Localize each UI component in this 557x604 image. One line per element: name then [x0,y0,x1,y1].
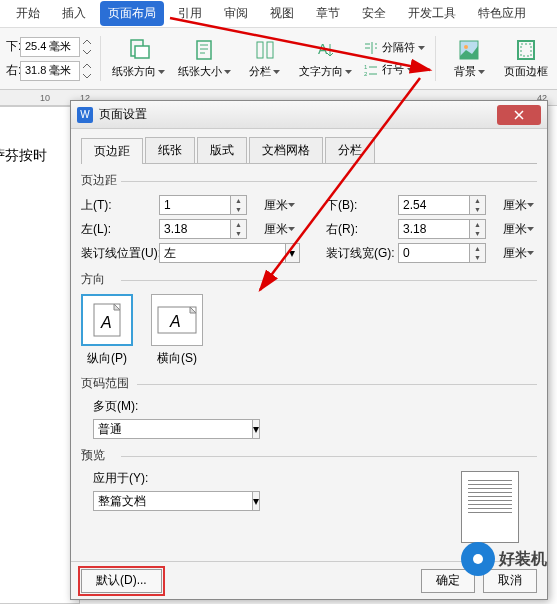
ribbon-tabs: 开始 插入 页面布局 引用 审阅 视图 章节 安全 开发工具 特色应用 [0,0,557,28]
chevron-down-icon [527,203,534,207]
paper-size-label: 纸张大小 [178,64,222,79]
page-border-label: 页面边框 [504,64,548,79]
svg-point-9 [464,45,468,49]
default-button[interactable]: 默认(D)... [81,569,162,593]
orientation-label: 纸张方向 [112,64,156,79]
tab-margins[interactable]: 页边距 [81,138,143,164]
svg-rect-2 [197,41,211,59]
text-direction-label: 文字方向 [299,64,343,79]
multipage-select[interactable] [93,419,253,439]
line-numbers-label: 行号 [382,62,404,77]
bottom-spinner[interactable]: ▲▼ [470,195,486,215]
breaks-icon [363,40,379,56]
app-icon: W [77,107,93,123]
tab-columns[interactable]: 分栏 [325,137,375,163]
breaks-button[interactable]: 分隔符 [361,39,427,57]
margin-bottom-label: 右: [6,62,18,79]
background-button[interactable]: 背景 [444,32,494,85]
landscape-option[interactable]: A 横向(S) [151,294,203,367]
portrait-label: 纵向(P) [87,350,127,367]
orientation-button[interactable]: 纸张方向 [109,32,168,85]
cancel-button[interactable]: 取消 [483,569,537,593]
tab-docgrid[interactable]: 文档网格 [249,137,323,163]
dialog-title: 页面设置 [99,106,497,123]
text-direction-button[interactable]: A 文字方向 [296,32,355,85]
tab-featured[interactable]: 特色应用 [470,1,534,26]
tab-page-layout[interactable]: 页面布局 [100,1,164,26]
tab-review[interactable]: 审阅 [216,1,256,26]
tab-view[interactable]: 视图 [262,1,302,26]
top-input[interactable] [159,195,231,215]
ruler-mark: 10 [40,93,50,103]
ribbon-toolbar: 下: 右: 纸张方向 纸张大小 分栏 A 文字方向 分隔符 12 行号 [0,28,557,90]
chevron-down-icon [158,70,165,74]
top-label: 上(T): [81,197,153,214]
svg-text:A: A [169,313,181,330]
gutter-pos-select[interactable] [159,243,286,263]
tab-security[interactable]: 安全 [354,1,394,26]
svg-text:A: A [318,41,328,57]
ok-button[interactable]: 确定 [421,569,475,593]
chevron-down-icon [288,203,295,207]
line-numbers-button[interactable]: 12 行号 [361,61,427,79]
spinner-icon[interactable] [82,39,92,55]
paper-size-button[interactable]: 纸张大小 [174,32,233,85]
dialog-footer: 默认(D)... 确定 取消 [71,561,547,599]
apply-to-select[interactable] [93,491,253,511]
line-numbers-icon: 12 [363,62,379,78]
document-page: 萨芬按时 [0,106,80,604]
left-spinner[interactable]: ▲▼ [231,219,247,239]
spinner-icon[interactable] [82,63,92,79]
dialog-titlebar[interactable]: W 页面设置 [71,101,547,129]
chevron-down-icon [407,68,414,72]
chevron-down-icon [224,70,231,74]
right-label: 右(R): [326,221,392,238]
page-border-button[interactable]: 页面边框 [500,32,551,85]
bottom-input[interactable] [398,195,470,215]
chevron-down-icon[interactable]: ▾ [286,243,300,263]
tab-insert[interactable]: 插入 [54,1,94,26]
tab-layout[interactable]: 版式 [197,137,247,163]
landscape-label: 横向(S) [157,350,197,367]
breaks-label: 分隔符 [382,40,415,55]
preview-thumbnail [461,471,519,543]
right-spinner[interactable]: ▲▼ [470,219,486,239]
gutter-width-spinner[interactable]: ▲▼ [470,243,486,263]
section-pages-title: 页码范围 [81,375,537,392]
background-icon [457,38,481,62]
section-margins-title: 页边距 [81,172,537,189]
columns-button[interactable]: 分栏 [240,32,290,85]
tab-start[interactable]: 开始 [8,1,48,26]
section-orientation-title: 方向 [81,271,537,288]
margin-bottom-input[interactable] [20,61,80,81]
right-unit[interactable]: 厘米 [500,220,537,239]
gutter-width-unit[interactable]: 厘米 [500,244,537,263]
left-unit[interactable]: 厘米 [261,220,300,239]
left-input[interactable] [159,219,231,239]
portrait-option[interactable]: A 纵向(P) [81,294,133,367]
svg-rect-3 [257,42,263,58]
right-input[interactable] [398,219,470,239]
gutter-width-input[interactable] [398,243,470,263]
close-button[interactable] [497,105,541,125]
gutter-width-label: 装订线宽(G): [326,245,392,262]
page-setup-dialog: W 页面设置 页边距 纸张 版式 文档网格 分栏 页边距 上(T): ▲▼ 厘米… [70,100,548,600]
document-text: 萨芬按时 [0,147,47,163]
tab-developer[interactable]: 开发工具 [400,1,464,26]
chevron-down-icon[interactable]: ▾ [253,419,260,439]
svg-rect-1 [135,46,149,58]
bottom-unit[interactable]: 厘米 [500,196,537,215]
gutter-pos-label: 装订线位置(U): [81,245,153,262]
chevron-down-icon[interactable]: ▾ [253,491,260,511]
margin-top-input[interactable] [20,37,80,57]
tab-sections[interactable]: 章节 [308,1,348,26]
page-border-icon [514,38,538,62]
dialog-tabs: 页边距 纸张 版式 文档网格 分栏 [81,137,537,164]
top-spinner[interactable]: ▲▼ [231,195,247,215]
chevron-down-icon [418,46,425,50]
tab-references[interactable]: 引用 [170,1,210,26]
margin-inputs-group: 下: 右: [6,32,92,85]
tab-paper[interactable]: 纸张 [145,137,195,163]
paper-size-icon [192,38,216,62]
top-unit[interactable]: 厘米 [261,196,300,215]
